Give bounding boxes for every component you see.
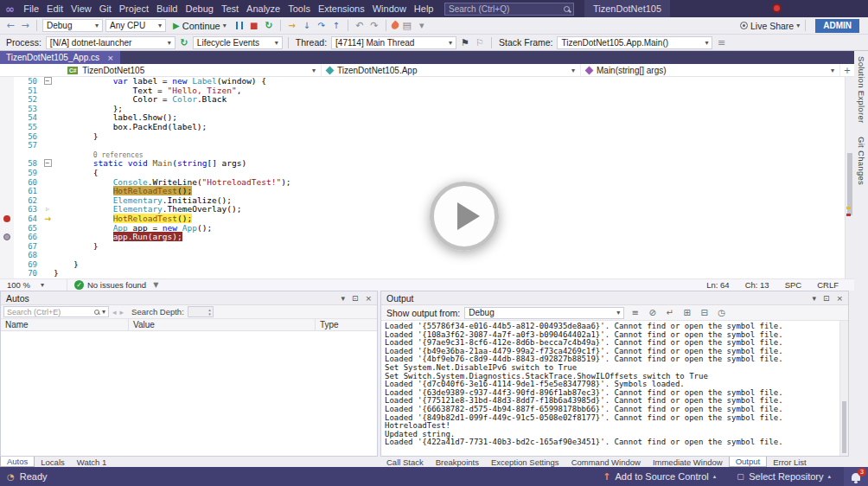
toolbar-options-icon[interactable]: ≡ xyxy=(715,37,727,48)
zoom-control[interactable]: 100 % ▾ xyxy=(3,279,67,291)
breakpoint-margin[interactable] xyxy=(0,105,14,114)
clear-all-icon[interactable]: ⊘ xyxy=(646,308,659,317)
menu-git[interactable]: Git xyxy=(95,0,115,17)
close-icon[interactable]: × xyxy=(365,294,372,303)
document-health-icon[interactable]: ✓ xyxy=(74,280,84,290)
flag-outline-icon[interactable]: ⚐ xyxy=(474,37,486,48)
hot-reload-icon[interactable] xyxy=(390,20,400,30)
filter-icon[interactable]: ▼ xyxy=(153,281,158,289)
tab-locals[interactable]: Locals xyxy=(35,457,70,467)
step-into-icon[interactable]: ↓ xyxy=(301,21,313,30)
menu-view[interactable]: View xyxy=(67,0,96,17)
breakpoint-margin[interactable] xyxy=(0,242,14,252)
stop-debugging-icon[interactable]: ■ xyxy=(248,21,260,30)
breakpoint-margin[interactable] xyxy=(0,205,14,214)
project-dropdown[interactable]: C# TizenDotNet105 ▾ xyxy=(62,64,322,76)
autos-search-box[interactable]: ▾ xyxy=(3,306,109,317)
solution-platform-combo[interactable]: Any CPU ▾ xyxy=(105,19,166,32)
menu-window[interactable]: Window xyxy=(368,0,410,17)
notifications-button[interactable]: 3 xyxy=(844,467,868,486)
output-scrollbar-thumb[interactable] xyxy=(842,401,846,453)
autos-body[interactable] xyxy=(1,331,377,456)
menu-project[interactable]: Project xyxy=(115,0,152,17)
breakpoint-margin[interactable] xyxy=(0,233,14,242)
search-forward-icon[interactable]: ▸ xyxy=(120,308,124,317)
column-header-name[interactable]: Name xyxy=(1,319,129,330)
output-panel-header[interactable]: Output ▾ ⊡ × xyxy=(381,291,848,305)
search-depth-spinner[interactable]: ▴ ▾ xyxy=(188,306,214,317)
solution-configuration-combo[interactable]: Debug ▾ xyxy=(42,19,103,32)
navigate-forward-icon[interactable]: → xyxy=(19,20,31,31)
search-back-icon[interactable]: ◂ xyxy=(112,308,117,317)
breakpoint-disabled-icon[interactable] xyxy=(3,233,10,240)
breakpoint-margin[interactable] xyxy=(0,141,14,150)
break-all-icon[interactable] xyxy=(233,21,246,31)
output-source-combo[interactable]: Debug ▾ xyxy=(464,307,624,319)
breakpoint-margin[interactable] xyxy=(0,187,14,196)
side-tab-solution-explorer[interactable]: Solution Explorer xyxy=(857,56,866,123)
space-mode-indicator[interactable]: SPC xyxy=(785,280,802,290)
chevron-down-icon[interactable]: ▾ xyxy=(796,22,800,29)
editor-vertical-scrollbar[interactable] xyxy=(845,77,854,278)
class-dropdown[interactable]: TizenDotNet105.App ▾ xyxy=(322,64,581,76)
split-window-icon[interactable]: + xyxy=(840,66,854,75)
autos-search-input[interactable] xyxy=(7,308,92,317)
fold-collapse-icon[interactable]: − xyxy=(44,159,52,167)
stack-frame-combo[interactable]: TizenDotNet105.App.Main() ▾ xyxy=(557,36,712,49)
dock-icon[interactable]: ⊡ xyxy=(823,294,830,303)
step-over-icon[interactable]: ↷ xyxy=(316,21,328,30)
tab-output[interactable]: Output xyxy=(729,457,768,467)
tab-error-list[interactable]: Error List xyxy=(767,457,813,467)
tab-autos[interactable]: Autos xyxy=(0,457,35,467)
breakpoint-margin[interactable] xyxy=(0,159,14,169)
breakpoint-icon[interactable] xyxy=(3,215,10,222)
tab-command-window[interactable]: Command Window xyxy=(565,457,647,467)
breakpoint-margin[interactable] xyxy=(0,95,14,105)
quick-search-box[interactable] xyxy=(444,3,574,16)
close-icon[interactable]: × xyxy=(836,294,843,303)
quick-search-input[interactable] xyxy=(449,4,560,14)
toolbar-overflow-icon[interactable]: ▾ xyxy=(416,20,428,31)
navigate-back-icon[interactable]: ← xyxy=(4,20,16,31)
menu-analyze[interactable]: Analyze xyxy=(243,0,284,17)
select-repository-button[interactable]: ▢ Select Repository ▴ xyxy=(729,467,839,486)
add-to-source-control-button[interactable]: ↑ Add to Source Control ▴ xyxy=(595,467,724,486)
tab-watch-1[interactable]: Watch 1 xyxy=(71,457,113,467)
flag-threads-icon[interactable]: ⚑ xyxy=(459,37,471,48)
menu-edit[interactable]: Edit xyxy=(43,0,67,17)
tab-breakpoints[interactable]: Breakpoints xyxy=(430,457,485,467)
process-combo[interactable]: [N/A] dotnet-launcher ▾ xyxy=(46,36,176,49)
undo-icon[interactable]: ↶ xyxy=(354,20,366,31)
breakpoint-margin[interactable] xyxy=(0,178,14,188)
tab-immediate-window[interactable]: Immediate Window xyxy=(647,457,729,467)
side-tab-git-changes[interactable]: Git Changes xyxy=(857,137,866,185)
menu-file[interactable]: File xyxy=(20,0,43,17)
breakpoint-margin[interactable] xyxy=(0,224,14,233)
admin-button[interactable]: ADMIN xyxy=(815,19,859,33)
menu-tools[interactable]: Tools xyxy=(284,0,315,17)
video-play-button[interactable] xyxy=(430,182,499,251)
breakpoint-margin[interactable] xyxy=(0,196,14,206)
breakpoint-margin[interactable] xyxy=(0,214,14,224)
document-tab-active[interactable]: TizenDotNet105_App.cs × xyxy=(0,51,120,64)
column-header-value[interactable]: Value xyxy=(129,319,316,330)
live-share-label[interactable]: Live Share xyxy=(750,21,794,31)
breakpoint-margin[interactable] xyxy=(0,169,14,178)
breakpoint-margin[interactable] xyxy=(0,123,14,132)
find-in-files-icon[interactable]: ▤ xyxy=(401,20,413,31)
menu-build[interactable]: Build xyxy=(153,0,182,17)
method-dropdown[interactable]: Main(string[] args) ▾ xyxy=(581,64,840,76)
lifecycle-events-dropdown[interactable]: Lifecycle Events ▾ xyxy=(193,36,283,49)
tab-exception-settings[interactable]: Exception Settings xyxy=(485,457,565,467)
autos-panel-header[interactable]: Autos ▾ ⊡ × xyxy=(1,291,377,305)
step-out-icon[interactable]: ↑ xyxy=(330,21,342,30)
thread-combo[interactable]: [47114] Main Thread ▾ xyxy=(331,36,456,49)
continue-button[interactable]: ▶ Continue ▾ xyxy=(169,17,231,34)
code-editor[interactable]: 50− var label = new Label(window) {51 Te… xyxy=(0,77,854,278)
dock-icon[interactable]: ⊡ xyxy=(352,294,359,303)
window-position-icon[interactable]: ▾ xyxy=(341,294,345,303)
tab-call-stack[interactable]: Call Stack xyxy=(380,457,430,467)
breakpoint-margin[interactable] xyxy=(0,251,14,260)
refresh-process-icon[interactable]: ↻ xyxy=(178,37,190,48)
breakpoint-margin[interactable] xyxy=(0,77,14,86)
